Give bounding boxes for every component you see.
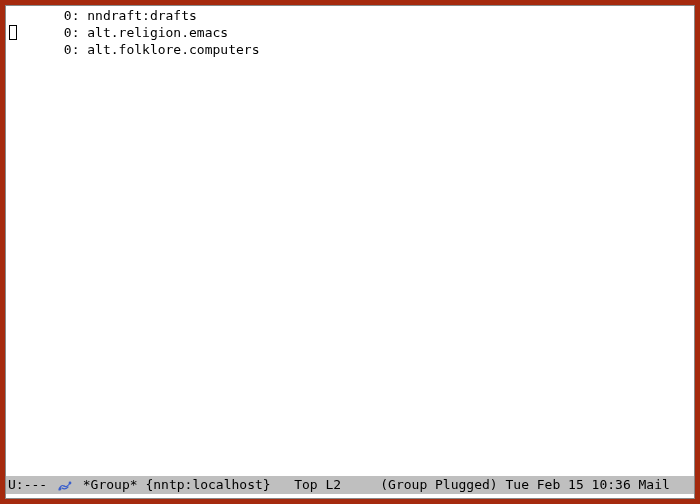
svg-point-0 [59, 488, 61, 490]
svg-point-1 [69, 482, 71, 484]
group-name: alt.folklore.computers [87, 42, 259, 57]
emacs-frame: 0: nndraft:drafts 0: alt.religion.emacs … [5, 5, 695, 499]
minibuffer[interactable] [6, 494, 694, 498]
unread-count: 0 [64, 8, 72, 23]
group-line[interactable]: 0: alt.folklore.computers [6, 42, 694, 59]
group-name: nndraft:drafts [87, 8, 197, 23]
group-name: alt.religion.emacs [87, 25, 228, 40]
group-buffer[interactable]: 0: nndraft:drafts 0: alt.religion.emacs … [6, 6, 694, 476]
scroll-position: Top [294, 477, 317, 492]
buffer-name: *Group* [83, 477, 138, 492]
text-cursor [9, 25, 17, 40]
line-number: L2 [325, 477, 341, 492]
group-line[interactable]: 0: nndraft:drafts [6, 8, 694, 25]
mode-line[interactable]: U:--- *Group* {nntp:localhost} Top L2 (G… [6, 476, 694, 494]
unread-count: 0 [64, 42, 72, 57]
group-line[interactable]: 0: alt.religion.emacs [6, 25, 694, 42]
gnus-icon [56, 479, 74, 493]
major-mode: (Group Plugged) [380, 477, 497, 492]
clock: Tue Feb 15 10:36 [505, 477, 630, 492]
unread-count: 0 [64, 25, 72, 40]
buffer-state: U:--- [8, 477, 55, 492]
mail-indicator: Mail [639, 477, 670, 492]
server-spec: {nntp:localhost} [145, 477, 270, 492]
